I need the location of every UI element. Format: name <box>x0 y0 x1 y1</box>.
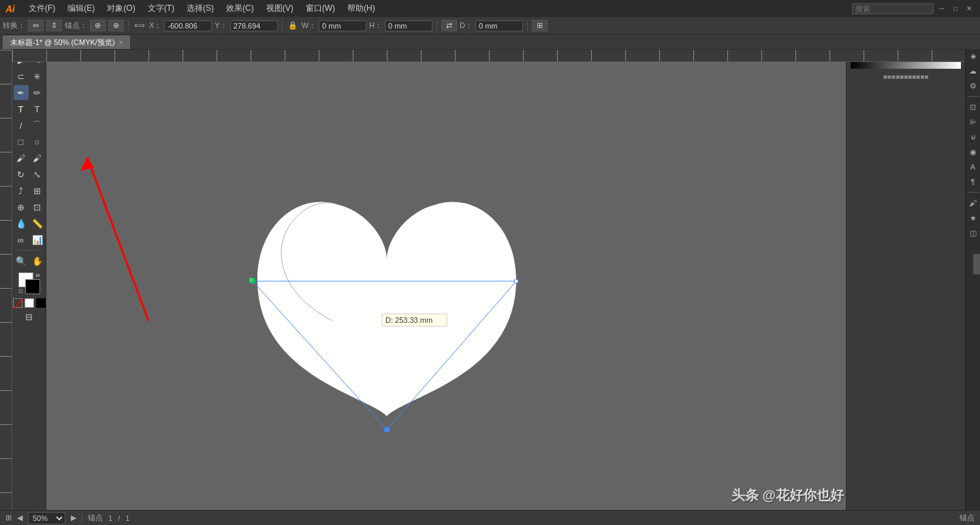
menu-edit[interactable]: 编辑(E) <box>62 1 100 16</box>
free-transform-btn[interactable]: ⊞ <box>30 183 45 198</box>
color-reset-icon[interactable]: ⊡ <box>18 288 23 294</box>
canvas-svg: D: 253.33 mm <box>46 62 861 510</box>
ai-logo: Ai <box>5 3 15 14</box>
minimize-btn[interactable]: ─ <box>936 3 947 14</box>
transform-label: 转换： <box>3 20 25 31</box>
warp-tool-btn[interactable]: ⤴ <box>14 183 29 198</box>
constraint-icon[interactable]: 🔒 <box>287 21 299 30</box>
paragraph-icon[interactable]: ¶ <box>967 176 979 188</box>
type-tool-btn[interactable]: T <box>14 101 29 116</box>
anchor-btn2[interactable]: ⊕ <box>108 20 124 31</box>
arc-tool-btn[interactable]: ⌒ <box>30 118 45 133</box>
h-value-input[interactable] <box>385 20 432 31</box>
nav-next[interactable]: ▶ <box>71 513 76 522</box>
menu-type[interactable]: 文字(T) <box>142 1 180 16</box>
background-color[interactable] <box>25 279 40 294</box>
y-value-input[interactable] <box>230 20 278 31</box>
type-vertical-btn[interactable]: T <box>30 101 45 116</box>
scale-tool-btn[interactable]: ⤡ <box>30 167 45 182</box>
perspective-btn[interactable]: ⊡ <box>30 200 45 214</box>
pathfinder-icon[interactable]: ⊌ <box>967 131 979 143</box>
shape-builder-btn[interactable]: ⊕ <box>14 200 29 214</box>
swatch-none[interactable] <box>13 298 22 308</box>
right-icons-panel: ⊞ ⊟ ◈ ☁ ⚙ ⊡ ⊫ ⊌ ◉ A ¶ 🖌 ★ ◫ <box>965 17 980 510</box>
lasso-tool-btn[interactable]: ⊂ <box>14 69 29 84</box>
menu-effect[interactable]: 效果(C) <box>221 1 259 16</box>
zoom-tool-btn[interactable]: 🔍 <box>14 253 29 268</box>
x-value-input[interactable] <box>164 20 212 31</box>
grayscale-bar[interactable] <box>851 62 961 69</box>
color-switch-icon[interactable]: ⇄ <box>35 272 40 279</box>
tool-row-shape2: ⊕ ⊡ <box>14 200 45 214</box>
blend-btn[interactable]: ∞ <box>14 232 29 247</box>
anchor-bottom[interactable] <box>384 427 390 432</box>
tab-close-btn[interactable]: × <box>119 39 123 46</box>
ruler-left <box>0 50 12 510</box>
transform-btn1[interactable]: ⇔ <box>28 20 44 31</box>
left-toolbar: ▶ ↖ ⊂ ✳ ✒ ✏ T T / ⌒ □ ○ 🖌 🖌 ↻ ⤡ ⤴ ⊞ ⊕ ⊡ … <box>12 50 46 510</box>
measure-tooltip-group: D: 253.33 mm <box>382 314 447 326</box>
line-tool-btn[interactable]: / <box>14 118 29 133</box>
menu-object[interactable]: 对象(O) <box>101 1 140 16</box>
menu-help[interactable]: 帮助(H) <box>342 1 381 16</box>
blob-brush-btn[interactable]: 🖌 <box>30 150 45 165</box>
graphic-styles-icon[interactable]: ◫ <box>967 227 979 239</box>
tool-row-shape: □ ○ <box>14 134 45 149</box>
w-value-input[interactable] <box>319 20 366 31</box>
tool-row-brush: 🖌 🖌 <box>14 150 45 165</box>
y-label: Y： <box>215 20 227 31</box>
assets-icon[interactable]: ◈ <box>967 50 979 62</box>
d-value-input[interactable] <box>475 20 523 31</box>
transform-btn2[interactable]: ⇕ <box>46 20 62 31</box>
panel-collapse-btn[interactable] <box>973 254 980 274</box>
heart-shape[interactable] <box>257 202 516 416</box>
ri-sep2 <box>967 192 979 193</box>
anchor-btn[interactable]: ⊕ <box>90 20 106 31</box>
appearance-icon[interactable]: ◉ <box>967 146 979 158</box>
swatch-white[interactable] <box>25 298 34 308</box>
link-icon: ⟺ <box>133 21 146 30</box>
paintbrush-btn[interactable]: 🖌 <box>14 150 29 165</box>
measure-btn[interactable]: 📏 <box>30 216 45 231</box>
tab-bar: 未标题-1* @ 50% (CMYK/预览) × <box>0 35 980 50</box>
menu-window[interactable]: 窗口(W) <box>300 1 341 16</box>
extra-btn[interactable]: ⊞ <box>532 20 548 31</box>
title-search-input[interactable] <box>852 3 934 14</box>
symbols-icon[interactable]: ★ <box>967 212 979 224</box>
tool-row-nav: 🔍 ✋ <box>14 253 45 268</box>
rect-tool-btn[interactable]: □ <box>14 134 29 149</box>
close-btn[interactable]: ✕ <box>964 3 975 14</box>
libraries-icon[interactable]: ☁ <box>967 65 979 77</box>
maximize-btn[interactable]: □ <box>950 3 961 14</box>
swatch-black[interactable] <box>36 298 46 308</box>
status-sep <box>82 513 82 523</box>
character-icon[interactable]: A <box>967 161 979 173</box>
canvas-area[interactable]: D: 253.33 mm <box>46 62 861 510</box>
graph-btn[interactable]: 📊 <box>30 232 45 247</box>
magic-wand-btn[interactable]: ✳ <box>30 69 45 84</box>
color-mode-label: 锚点 <box>960 513 975 523</box>
rotate-tool-btn[interactable]: ↻ <box>14 167 29 182</box>
tool-row-line: / ⌒ <box>14 118 45 133</box>
pencil-tool-btn[interactable]: ✏ <box>30 85 45 100</box>
eyedropper-btn[interactable]: 💧 <box>14 216 29 231</box>
artboard-btn[interactable]: ⊟ <box>22 309 37 324</box>
transform-panel-icon[interactable]: ⊡ <box>967 101 979 113</box>
align-panel-icon[interactable]: ⊫ <box>967 116 979 128</box>
brush-panel-icon[interactable]: 🖌 <box>967 197 979 209</box>
page-info: 1 <box>108 514 112 522</box>
zoom-select[interactable]: 50% 100% 200% 25% <box>28 512 65 524</box>
pen-tool-btn[interactable]: ✒ <box>14 85 29 100</box>
nav-prev[interactable]: ◀ <box>17 513 22 522</box>
align-btn[interactable]: ⇄ <box>441 20 457 31</box>
hand-tool-btn[interactable]: ✋ <box>30 253 45 268</box>
menu-select[interactable]: 选择(S) <box>181 1 219 16</box>
menu-view[interactable]: 视图(V) <box>261 1 299 16</box>
menu-file[interactable]: 文件(F) <box>23 1 61 16</box>
color-boxes: ⇄ ⊡ <box>18 272 40 294</box>
anchor-right[interactable] <box>514 279 518 283</box>
ellipse-tool-btn[interactable]: ○ <box>30 134 45 149</box>
properties-icon[interactable]: ⚙ <box>967 80 979 92</box>
main-tab[interactable]: 未标题-1* @ 50% (CMYK/预览) × <box>3 35 130 49</box>
page-total: 1 <box>125 514 129 522</box>
